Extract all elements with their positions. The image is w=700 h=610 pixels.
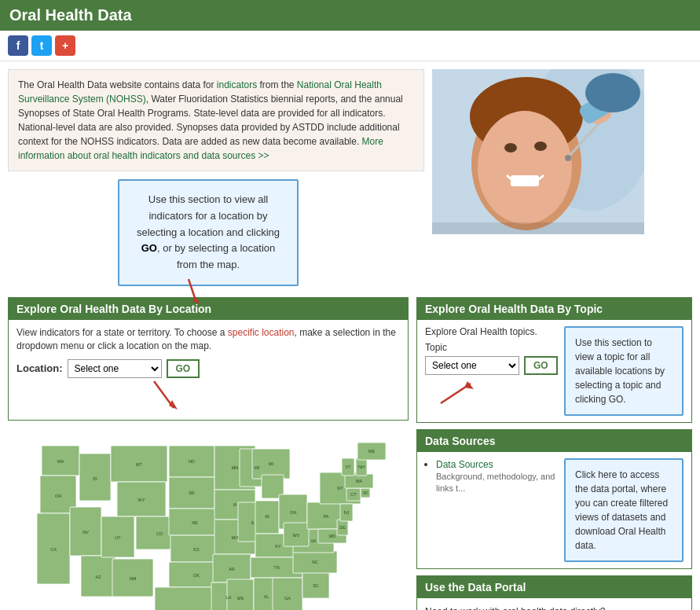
svg-text:WV: WV [293, 533, 300, 538]
twitter-button[interactable]: t [31, 35, 52, 56]
svg-point-8 [534, 141, 547, 151]
svg-text:CT: CT [350, 492, 357, 497]
explore-location-body: View indicators for a state or territory… [9, 320, 408, 420]
data-portal-section: Use the Data Portal Need to work with or… [416, 575, 692, 610]
specific-location-link[interactable]: specific location [228, 327, 295, 338]
explore-topic-title: Explore Oral Health Data By Topic [425, 303, 603, 315]
callout-right: Use this section to view a topic for all… [564, 326, 684, 416]
location-go-button[interactable]: GO [167, 359, 200, 378]
svg-text:IA: IA [233, 502, 237, 507]
data-portal-title: Use the Data Portal [425, 581, 526, 593]
indicators-link[interactable]: indicators [217, 79, 257, 90]
left-section: Explore Oral Health Data By Location Vie… [8, 297, 409, 610]
svg-text:DE: DE [339, 525, 346, 530]
data-sources-title: Data Sources [425, 435, 495, 447]
svg-text:WI: WI [255, 465, 260, 470]
svg-text:SC: SC [313, 583, 319, 588]
location-row: Location: Select one GO [16, 359, 400, 378]
location-select[interactable]: Select one [68, 359, 162, 378]
ds-right: Click here to access the data portal, wh… [564, 458, 684, 562]
callout-portal: Click here to access the data portal, wh… [564, 458, 684, 562]
page-header: Oral Health Data [0, 0, 700, 31]
explore-topic-section: Explore Oral Health Data By Topic Explor… [416, 297, 692, 423]
svg-rect-15 [432, 222, 644, 234]
topic-go-button[interactable]: GO [524, 356, 558, 375]
nohss-link[interactable]: National Oral Health Surveillance System… [18, 79, 382, 105]
svg-point-14 [585, 73, 640, 112]
explore-topic-desc: Explore Oral Health topics. [425, 326, 558, 337]
data-sources-section: Data Sources Data Sources Background, me… [416, 429, 692, 569]
svg-text:OH: OH [290, 510, 296, 515]
svg-text:NE: NE [192, 520, 198, 525]
page-title: Oral Health Data [9, 6, 691, 24]
data-sources-list: Data Sources Background, methodology, an… [436, 458, 558, 494]
svg-text:MO: MO [232, 535, 240, 540]
svg-text:SD: SD [189, 491, 195, 495]
svg-text:AZ: AZ [95, 575, 101, 579]
location-arrow [146, 380, 400, 413]
svg-text:AR: AR [229, 567, 235, 571]
svg-text:ID: ID [93, 476, 97, 481]
explore-location-desc: View indicators for a state or territory… [16, 326, 400, 353]
data-sources-desc: Background, methodology, and links t... [436, 472, 555, 493]
data-sources-header: Data Sources [417, 430, 691, 452]
callout-portal-text: Click here to access the data portal, wh… [575, 469, 668, 551]
svg-text:ND: ND [189, 459, 195, 464]
svg-text:ME: ME [368, 449, 376, 454]
svg-text:NY: NY [337, 486, 343, 491]
intro-box: The Oral Health Data website contains da… [8, 69, 424, 171]
svg-text:NV: NV [82, 530, 89, 535]
map-area: WA OR CA ID NV AZ MT WY UT CO NM ND SD N… [8, 428, 409, 610]
svg-text:IL: IL [251, 520, 255, 525]
svg-text:LA: LA [226, 595, 232, 600]
google-plus-button[interactable]: + [55, 35, 75, 56]
us-map[interactable]: WA OR CA ID NV AZ MT WY UT CO NM ND SD N… [16, 432, 401, 610]
facebook-button[interactable]: f [8, 35, 28, 56]
explore-location-header: Explore Oral Health Data By Location [9, 298, 408, 320]
svg-point-6 [478, 111, 572, 224]
svg-text:MN: MN [232, 465, 239, 470]
explore-topic-header: Explore Oral Health Data By Topic [417, 298, 691, 320]
svg-text:IN: IN [265, 514, 269, 519]
svg-text:CA: CA [50, 547, 57, 552]
social-bar: f t + [0, 31, 700, 61]
svg-text:WA: WA [57, 459, 64, 464]
svg-text:UT: UT [115, 535, 121, 540]
dental-image-area [432, 69, 692, 294]
svg-text:KY: KY [275, 544, 281, 549]
svg-point-11 [565, 155, 571, 161]
data-portal-header: Use the Data Portal [417, 576, 691, 598]
intro-area: The Oral Health Data website contains da… [8, 69, 424, 294]
topic-label-text: Topic [425, 342, 558, 353]
svg-point-7 [504, 143, 517, 152]
svg-text:NH: NH [358, 465, 365, 469]
dental-image [432, 69, 644, 234]
svg-text:WY: WY [138, 498, 145, 502]
svg-text:MA: MA [356, 479, 363, 483]
svg-rect-50 [273, 578, 302, 610]
data-sources-list-item: Data Sources Background, methodology, an… [436, 458, 558, 494]
svg-text:MS: MS [237, 596, 244, 601]
svg-text:MT: MT [136, 462, 143, 467]
svg-text:NJ: NJ [344, 510, 350, 515]
svg-text:RI: RI [363, 491, 368, 495]
svg-text:CO: CO [156, 531, 163, 536]
location-label: Location: [16, 362, 63, 374]
topic-outer: Explore Oral Health topics. Topic Select… [417, 320, 691, 422]
svg-text:NM: NM [130, 576, 137, 581]
topic-row: Select one GO [425, 356, 558, 375]
svg-text:NC: NC [312, 560, 318, 564]
svg-text:TN: TN [273, 565, 279, 570]
data-portal-body: Need to work with oral health data direc… [417, 598, 691, 610]
ds-left: Data Sources Background, methodology, an… [425, 458, 558, 494]
topic-select[interactable]: Select one [425, 356, 519, 375]
callout-right-text: Use this section to view a topic for all… [575, 337, 665, 405]
data-portal-intro: Need to work with oral health data direc… [425, 604, 684, 610]
svg-text:VT: VT [345, 465, 351, 469]
svg-text:VA: VA [311, 538, 317, 543]
ds-outer: Data Sources Background, methodology, an… [417, 452, 691, 568]
more-info-link[interactable]: More information about oral health indic… [18, 136, 383, 161]
top-row: The Oral Health Data website contains da… [0, 61, 700, 297]
callout-left: Use this section to view all indicators … [118, 179, 299, 286]
data-sources-link[interactable]: Data Sources [436, 459, 493, 470]
